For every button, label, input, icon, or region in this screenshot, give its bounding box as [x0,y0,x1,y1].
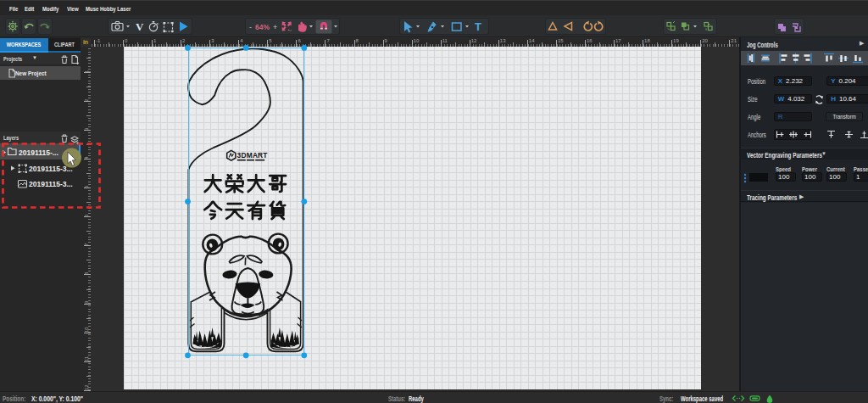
svg-text:V: V [136,20,144,33]
svg-text:+: + [273,23,277,31]
svg-text:-: - [249,23,252,31]
svg-text:64%: 64% [255,23,270,31]
svg-text:T: T [475,20,481,33]
